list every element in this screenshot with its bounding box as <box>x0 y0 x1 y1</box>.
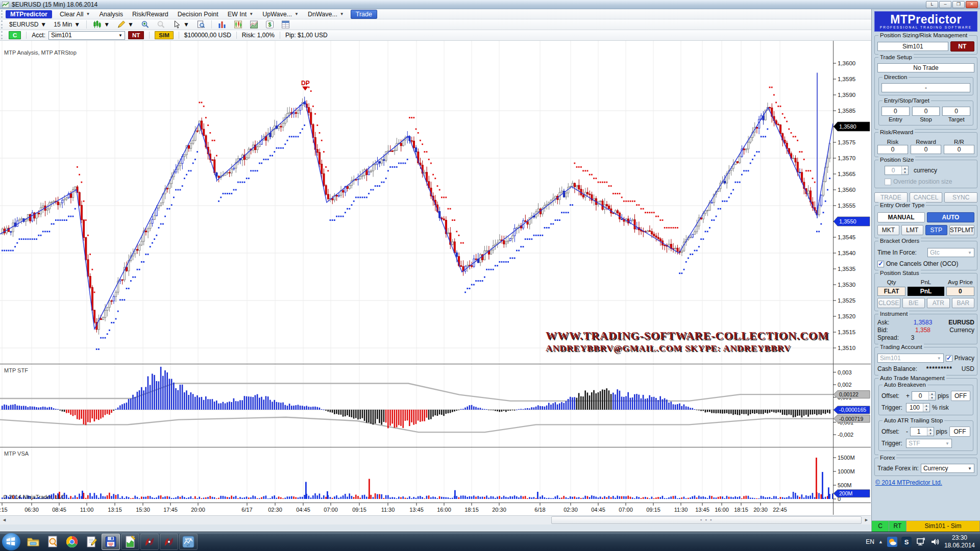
trading-account-dropdown[interactable]: Sim101▼ <box>877 354 944 363</box>
grid-panel-button[interactable] <box>278 19 293 30</box>
cursor-tool-button[interactable]: ▼ <box>169 19 193 30</box>
chevron-down-icon: ▼ <box>340 12 344 16</box>
minimize-button[interactable]: – <box>939 1 951 8</box>
taskbar-search[interactable] <box>43 534 62 550</box>
entry-field[interactable]: 0 <box>881 107 910 116</box>
chart-trader-button[interactable] <box>230 19 246 30</box>
horizontal-scrollbar[interactable]: ◄ ▪ ▪ ▪ ► <box>0 515 871 524</box>
toolbar-grip[interactable] <box>1 20 4 29</box>
price-chart[interactable]: WWW.TRADING-SOFTWARE-COLLECTION.COMWWW.T… <box>0 41 871 515</box>
svg-text:1,3530: 1,3530 <box>838 282 855 288</box>
privacy-checkbox[interactable] <box>946 355 952 362</box>
breakeven-button[interactable]: B/E <box>902 298 925 308</box>
window-titlebar: $EURUSD (15 Min) 18.06.2014 L – ❐ ✕ <box>0 0 980 9</box>
atr-offset-stepper[interactable]: 1▲▼ <box>910 427 934 436</box>
stop-field[interactable]: 0 <box>912 107 940 116</box>
account-performance-button[interactable]: $ <box>262 19 278 30</box>
draw-tool-button[interactable]: ▼ <box>113 19 137 30</box>
auto-mode-button[interactable]: AUTO <box>927 212 974 222</box>
breakeven-trigger-stepper[interactable]: 100▲▼ <box>906 403 930 412</box>
risk-reward-group: Risk/Reward Risk0 Reward0 R/R0 <box>874 132 977 157</box>
menu-item-upwave[interactable]: UpWave...▼ <box>258 10 303 18</box>
cancel-button[interactable]: CANCEL <box>910 192 943 203</box>
taskbar-mtpredictor[interactable]: MTPv7 <box>179 534 198 550</box>
chart-area[interactable]: WWW.TRADING-SOFTWARE-COLLECTION.COMWWW.T… <box>0 41 871 532</box>
override-size-checkbox[interactable] <box>885 179 891 185</box>
sim-badge[interactable]: SIM <box>155 31 173 39</box>
weather-tray-icon[interactable] <box>887 537 897 547</box>
taskbar-report-tool[interactable] <box>121 534 139 550</box>
oco-checkbox[interactable] <box>877 261 884 267</box>
nt-platform-button[interactable]: NT <box>950 41 975 52</box>
taskbar-ninjatrader-2[interactable] <box>160 534 178 550</box>
time-in-force-dropdown[interactable]: Gtc▼ <box>927 248 974 257</box>
svg-text:04:45: 04:45 <box>591 507 605 513</box>
floppy-icon: 64 <box>105 536 117 548</box>
position-size-stepper[interactable]: 0▲▼ <box>885 166 909 175</box>
tray-expand-icon[interactable]: ▲ <box>878 539 883 544</box>
scroll-left-arrow[interactable]: ◄ <box>0 516 9 524</box>
maximize-button[interactable]: ❐ <box>952 1 965 8</box>
bar-button[interactable]: BAR <box>952 298 975 308</box>
auto-trade-management-group: Auto Trade Management Auto Breakeven Off… <box>874 378 977 455</box>
menu-item-analysis[interactable]: Analysis <box>94 10 128 18</box>
mtpredictor-copyright-link[interactable]: © 2014 MTPredictor Ltd. <box>875 479 976 486</box>
zoom-in-button[interactable] <box>137 19 153 30</box>
menu-item-clear-all[interactable]: Clear All▼ <box>55 10 94 18</box>
data-inspector-button[interactable] <box>193 19 209 30</box>
instrument-selector[interactable]: $EURUSD▼ <box>6 20 50 29</box>
start-button[interactable] <box>2 533 20 550</box>
menu-item-decision-point[interactable]: Decision Point <box>173 10 223 18</box>
breakeven-offset-stepper[interactable]: 0▲▼ <box>912 391 936 400</box>
atr-button[interactable]: ATR <box>927 298 950 308</box>
atr-off-button[interactable]: OFF <box>949 427 970 437</box>
menu-item-risk-reward[interactable]: Risk/Reward <box>128 10 173 18</box>
position-pnl-cell[interactable]: PnL <box>908 287 944 296</box>
taskbar-ninjatrader-1[interactable] <box>140 534 159 550</box>
account-dropdown[interactable]: Sim101▼ <box>48 31 125 40</box>
menu-item-mtpredictor[interactable]: MTPredictor <box>6 10 52 18</box>
system-tray: EN ▲ S 23:30 18.06.2014 <box>866 534 979 549</box>
taskbar-explorer[interactable] <box>24 534 42 550</box>
trading-account-group: Trading Account Sim101▼ Privacy Cash Bal… <box>874 347 977 375</box>
direction-field: - <box>881 83 970 92</box>
skype-tray-icon[interactable]: S <box>901 537 912 547</box>
bars-panel-button[interactable] <box>214 19 230 30</box>
scroll-right-arrow[interactable]: ► <box>862 516 871 524</box>
close-position-button[interactable]: CLOSE <box>877 298 900 308</box>
taskbar-notepad[interactable] <box>82 534 101 550</box>
volume-tray-icon[interactable] <box>930 537 940 547</box>
area-chart-button[interactable] <box>246 19 262 30</box>
link-window-button[interactable]: L <box>926 1 938 8</box>
network-tray-icon[interactable] <box>916 537 926 547</box>
taskbar-chrome[interactable] <box>63 534 81 550</box>
timeframe-selector[interactable]: 15 Min▼ <box>50 20 84 29</box>
menu-item-ew-int[interactable]: EW Int▼ <box>223 10 258 18</box>
manual-mode-button[interactable]: MANUAL <box>877 212 925 222</box>
toolbar-grip[interactable] <box>1 31 4 39</box>
taskbar-save-tool[interactable]: 64 <box>102 534 120 550</box>
taskbar-clock[interactable]: 23:30 18.06.2014 <box>944 534 975 549</box>
chart-style-button[interactable]: ▼ <box>89 19 113 30</box>
trade-forex-in-dropdown[interactable]: Currency▼ <box>921 464 974 473</box>
breakeven-off-button[interactable]: OFF <box>951 391 970 401</box>
realtime-indicator: RT <box>889 521 906 532</box>
trade-button[interactable]: TRADE <box>874 192 908 203</box>
close-button[interactable]: ✕ <box>966 1 978 8</box>
stplmt-order-button[interactable]: STPLMT <box>949 225 974 235</box>
toolbar-grip[interactable] <box>1 10 4 18</box>
cursor-icon <box>173 20 181 29</box>
mkt-order-button[interactable]: MKT <box>877 225 899 235</box>
sync-button[interactable]: SYNC <box>944 192 977 203</box>
stp-order-button[interactable]: STP <box>925 225 947 235</box>
menu-item-dnwave[interactable]: DnWave...▼ <box>303 10 349 18</box>
zoom-out-button[interactable] <box>153 19 169 30</box>
atr-trigger-dropdown[interactable]: STF▼ <box>906 439 952 448</box>
svg-text:1,3550: 1,3550 <box>839 218 856 224</box>
menu-item-trade[interactable]: Trade <box>351 10 377 19</box>
nt-badge[interactable]: NT <box>128 31 144 39</box>
lmt-order-button[interactable]: LMT <box>901 225 923 235</box>
target-field[interactable]: 0 <box>942 107 970 116</box>
scrollbar-thumb[interactable]: ▪ ▪ ▪ <box>551 516 862 524</box>
tray-language[interactable]: EN <box>866 538 874 545</box>
